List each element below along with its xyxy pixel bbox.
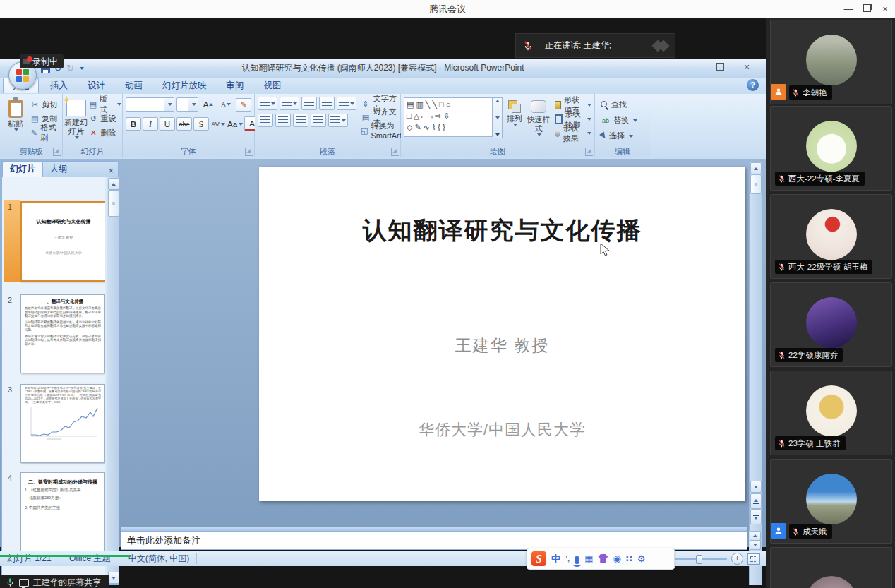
participant-tile[interactable]: 李朝艳 <box>770 20 892 104</box>
panel-scroll-thumb[interactable]: ≡ <box>108 190 119 217</box>
layout-button[interactable]: ▤版式 <box>88 98 121 111</box>
justify-button[interactable] <box>311 114 326 127</box>
quick-styles-button[interactable]: 快速样式 <box>526 97 551 136</box>
align-right-button[interactable] <box>293 114 308 127</box>
ppt-minimize-button[interactable]: — <box>683 59 704 75</box>
sogou-logo-icon[interactable]: S <box>531 551 546 566</box>
ime-settings-button[interactable]: ⚙ <box>637 549 646 568</box>
new-slide-button[interactable]: 新建幻灯片 <box>64 97 88 139</box>
tab-review[interactable]: 审阅 <box>218 78 253 93</box>
line-spacing-button[interactable] <box>337 97 356 110</box>
previous-slide-button[interactable] <box>750 493 762 509</box>
columns-button[interactable] <box>328 114 348 127</box>
drawing-dialog-launcher[interactable] <box>585 148 593 156</box>
ime-keyboard-button[interactable]: ▦ <box>584 549 593 568</box>
ime-mode-chinese[interactable]: 中 <box>551 549 560 568</box>
scroll-up-button[interactable] <box>750 162 762 174</box>
shape-gallery[interactable]: ▤▥╲╲□○ □△⌐¬⇨⇩ ◇✎∿⌇{} <box>404 97 493 137</box>
font-name-combobox[interactable] <box>126 97 174 112</box>
os-close-button[interactable]: × <box>875 0 895 18</box>
grow-font-button[interactable]: A <box>200 98 216 112</box>
clear-formatting-button[interactable]: ✎ <box>236 98 251 112</box>
tab-view[interactable]: 视图 <box>256 78 290 93</box>
panel-tab-slides[interactable]: 幻灯片 <box>2 161 43 177</box>
strikethrough-button[interactable]: abe <box>176 117 192 131</box>
replace-button[interactable]: ab替换 <box>601 114 650 126</box>
next-slide-button[interactable] <box>750 509 762 524</box>
thumbnail-slide-3[interactable]: 本研究以"认知翻译""中国文化外译""文化传播"为主题词，在CNKI（中国知网）… <box>20 384 105 463</box>
participant-tile[interactable]: 成天娥 <box>770 459 892 544</box>
paragraph-dialog-launcher[interactable] <box>391 148 399 156</box>
select-button[interactable]: 选择 <box>601 130 650 142</box>
participant-tile[interactable]: 西大-22专硕-李夏夏 <box>770 106 892 191</box>
bold-button[interactable]: B <box>126 117 141 131</box>
scroll-thumb[interactable]: ≡ <box>750 174 762 194</box>
notes-scroll-up[interactable] <box>750 531 761 541</box>
delete-slide-button[interactable]: ✕删除 <box>88 126 121 139</box>
format-painter-button[interactable]: ✎格式刷 <box>30 126 61 139</box>
decrease-indent-button[interactable] <box>301 97 317 110</box>
tab-design[interactable]: 设计 <box>79 78 114 93</box>
participant-tile[interactable] <box>770 547 892 588</box>
thumbnail-slide-4[interactable]: 二、延安时期成功的外译与传播 1. 《红星照耀中国》斯诺-吴亮平 伦敦销量230… <box>20 472 105 551</box>
italic-button[interactable]: I <box>143 117 158 131</box>
font-size-combobox[interactable] <box>176 97 198 112</box>
customize-qat-button[interactable] <box>80 67 84 70</box>
arrange-button[interactable]: 排列 <box>506 97 522 126</box>
thumbnail-slide-1[interactable]: 认知翻译研究与文化传播 王建华 教授 华侨大学/中国人民大学 <box>20 201 105 280</box>
underline-button[interactable]: U <box>160 117 175 131</box>
fit-to-window-button[interactable] <box>747 553 760 565</box>
character-spacing-button[interactable]: AV <box>210 117 226 131</box>
cut-button[interactable]: ✂剪切 <box>30 98 61 111</box>
thumbnail-slide-2[interactable]: 一、翻译与文化传播 有效的文化传播需要高质量的翻译，任何文化只有高质量地翻译到国… <box>20 294 105 373</box>
panel-scroll-down[interactable] <box>108 572 119 584</box>
notes-scroll-down[interactable] <box>750 540 761 550</box>
zoom-in-button[interactable]: + <box>731 553 743 565</box>
ppt-close-button[interactable]: × <box>736 59 757 75</box>
tab-animation[interactable]: 动画 <box>116 78 151 93</box>
notes-scrollbar[interactable] <box>749 531 762 550</box>
participant-tile[interactable]: 西大-22级学硕-胡玉梅 <box>770 194 892 279</box>
tab-slideshow[interactable]: 幻灯片放映 <box>154 78 215 93</box>
ime-voice-button[interactable] <box>575 556 579 564</box>
os-restore-button[interactable] <box>857 0 877 18</box>
zoom-slider[interactable] <box>671 558 727 560</box>
find-button[interactable]: 查找 <box>601 99 650 111</box>
group-label-font: 字体 <box>123 146 254 157</box>
align-left-button[interactable] <box>258 114 273 127</box>
reset-button[interactable]: ↺重设 <box>88 112 121 125</box>
shrink-font-button[interactable]: A <box>218 98 234 112</box>
paste-button[interactable]: 粘贴 <box>1 97 30 139</box>
ime-skin-button[interactable] <box>598 554 608 563</box>
clipboard-dialog-launcher[interactable] <box>53 148 61 156</box>
numbering-button[interactable] <box>280 97 299 110</box>
tab-insert[interactable]: 插入 <box>42 78 76 93</box>
redo-button[interactable]: ↻ <box>66 62 74 75</box>
participant-tile[interactable]: 22学硕康露乔 <box>770 282 892 367</box>
shape-gallery-scroll[interactable] <box>493 97 503 138</box>
ppt-maximize-button[interactable] <box>709 59 731 75</box>
text-shadow-button[interactable]: S <box>193 117 209 131</box>
zoom-slider-thumb[interactable] <box>696 555 702 564</box>
panel-close-button[interactable]: × <box>104 165 118 177</box>
slide-canvas[interactable]: 认知翻译研究与文化传播 王建华 教授 华侨大学/中国人民大学 <box>259 167 745 501</box>
shape-effects-button[interactable]: 形状效果 <box>555 127 591 139</box>
editor-scrollbar[interactable]: ≡ <box>749 162 762 585</box>
increase-indent-button[interactable] <box>319 97 335 110</box>
change-case-button[interactable]: Aa <box>227 117 243 131</box>
help-button[interactable]: ? <box>747 79 759 91</box>
panel-scrollbar[interactable]: ≡ <box>107 177 119 584</box>
ime-grid-button[interactable]: ∷ <box>626 549 632 568</box>
restore-icon <box>863 4 871 12</box>
ime-toolbox-button[interactable]: ◉ <box>613 549 620 568</box>
scroll-down-button[interactable] <box>750 481 762 493</box>
font-dialog-launcher[interactable] <box>245 148 253 156</box>
os-minimize-button[interactable]: — <box>839 0 858 18</box>
align-center-button[interactable] <box>275 114 291 127</box>
participant-tile[interactable]: 23学硕 王轶群 <box>770 371 892 455</box>
panel-scroll-up[interactable] <box>108 178 119 190</box>
bullets-button[interactable] <box>258 97 277 110</box>
ime-punctuation-button[interactable]: ’, <box>565 549 570 568</box>
notes-pane[interactable]: 单击此处添加备注 <box>121 531 747 550</box>
panel-tab-outline[interactable]: 大纲 <box>43 162 74 177</box>
